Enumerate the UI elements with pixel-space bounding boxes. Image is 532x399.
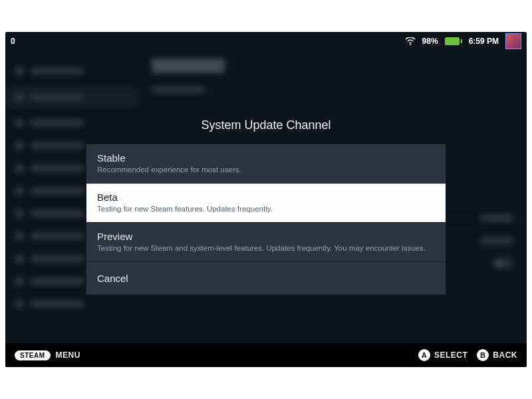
option-list: Stable Recommended experience for most u…: [86, 144, 446, 295]
b-button-icon: B: [477, 349, 489, 361]
menu-hint-label: MENU: [56, 350, 80, 360]
clock: 6:59 PM: [469, 37, 499, 46]
steam-button-hint: STEAM: [15, 350, 51, 360]
option-label: Preview: [97, 231, 435, 242]
status-bar: 0 98% 6:59 PM: [5, 32, 527, 51]
avatar[interactable]: [505, 33, 521, 49]
notification-count: 0: [11, 37, 15, 46]
option-desc: Testing for new Steam features. Updates …: [97, 204, 435, 214]
option-cancel[interactable]: Cancel: [86, 262, 446, 295]
option-label: Stable: [97, 152, 435, 164]
option-preview[interactable]: Preview Testing for new Steam and system…: [86, 223, 446, 262]
option-label: Beta: [97, 192, 435, 203]
battery-icon: [445, 37, 462, 45]
modal-title: System Update Channel: [86, 118, 446, 132]
option-label: Cancel: [97, 273, 435, 284]
svg-point-0: [410, 44, 411, 45]
steam-deck-screen: 0 98% 6:59 PM: [5, 32, 527, 367]
select-hint: A SELECT: [418, 349, 467, 361]
option-desc: Testing for new Steam and system-level f…: [97, 243, 435, 253]
hint-bar: STEAM MENU A SELECT B BACK: [5, 343, 527, 367]
battery-percent: 98%: [422, 37, 438, 46]
option-beta[interactable]: Beta Testing for new Steam features. Upd…: [86, 184, 446, 223]
option-desc: Recommended experience for most users.: [97, 165, 435, 175]
update-channel-modal: System Update Channel Stable Recommended…: [86, 118, 446, 295]
select-hint-label: SELECT: [434, 350, 467, 360]
back-hint: B BACK: [477, 349, 517, 361]
back-hint-label: BACK: [493, 350, 517, 360]
a-button-icon: A: [418, 349, 430, 361]
wifi-icon: [405, 37, 416, 45]
option-stable[interactable]: Stable Recommended experience for most u…: [86, 144, 446, 184]
